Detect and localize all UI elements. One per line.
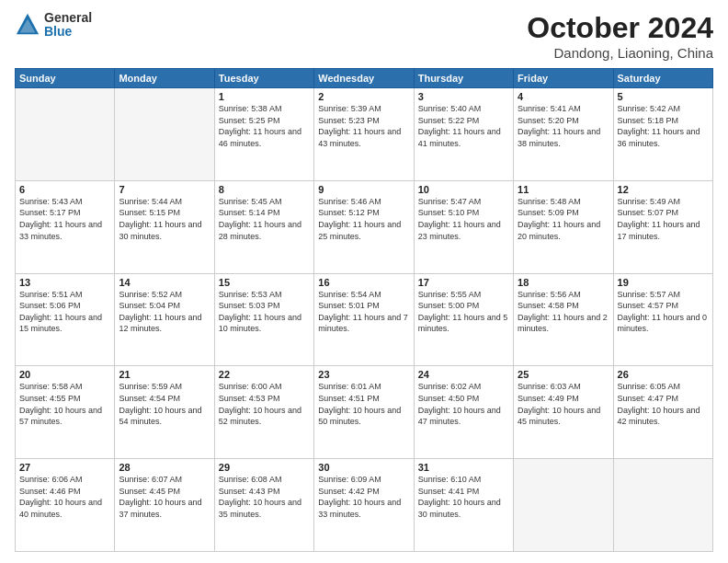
calendar-cell: 27Sunrise: 6:06 AMSunset: 4:46 PMDayligh…: [16, 459, 115, 552]
day-number: 21: [119, 369, 210, 380]
calendar-cell: 3Sunrise: 5:40 AMSunset: 5:22 PMDaylight…: [414, 88, 513, 181]
sun-info: Sunrise: 5:39 AMSunset: 5:23 PMDaylight:…: [318, 103, 409, 149]
day-number: 25: [518, 369, 609, 380]
day-number: 7: [119, 184, 210, 195]
day-number: 9: [318, 184, 409, 195]
calendar-cell: 5Sunrise: 5:42 AMSunset: 5:18 PMDaylight…: [613, 88, 712, 181]
day-number: 29: [219, 462, 310, 473]
day-number: 24: [418, 369, 509, 380]
calendar-cell: 28Sunrise: 6:07 AMSunset: 4:45 PMDayligh…: [115, 459, 214, 552]
sun-info: Sunrise: 5:46 AMSunset: 5:12 PMDaylight:…: [318, 196, 409, 242]
calendar-cell: 15Sunrise: 5:53 AMSunset: 5:03 PMDayligh…: [214, 273, 313, 366]
logo-text: General Blue: [44, 11, 92, 40]
calendar-cell: 12Sunrise: 5:49 AMSunset: 5:07 PMDayligh…: [613, 180, 712, 273]
calendar-cell: 14Sunrise: 5:52 AMSunset: 5:04 PMDayligh…: [115, 273, 214, 366]
day-of-week-header: Friday: [514, 69, 613, 88]
sun-info: Sunrise: 5:42 AMSunset: 5:18 PMDaylight:…: [618, 103, 709, 149]
header: General Blue October 2024 Dandong, Liaon…: [15, 11, 713, 61]
sun-info: Sunrise: 6:06 AMSunset: 4:46 PMDaylight:…: [19, 474, 110, 520]
sun-info: Sunrise: 6:08 AMSunset: 4:43 PMDaylight:…: [219, 474, 310, 520]
day-number: 14: [119, 277, 210, 288]
day-number: 31: [418, 462, 509, 473]
day-number: 26: [618, 369, 709, 380]
calendar-cell: 16Sunrise: 5:54 AMSunset: 5:01 PMDayligh…: [314, 273, 414, 366]
sun-info: Sunrise: 6:07 AMSunset: 4:45 PMDaylight:…: [119, 474, 210, 520]
sun-info: Sunrise: 6:03 AMSunset: 4:49 PMDaylight:…: [518, 381, 609, 427]
logo: General Blue: [15, 11, 92, 40]
day-of-week-header: Monday: [115, 69, 214, 88]
logo-general: General: [44, 11, 92, 25]
sun-info: Sunrise: 5:53 AMSunset: 5:03 PMDaylight:…: [219, 289, 310, 335]
month-title: October 2024: [527, 11, 713, 45]
calendar-header: SundayMondayTuesdayWednesdayThursdayFrid…: [16, 69, 713, 88]
sun-info: Sunrise: 5:48 AMSunset: 5:09 PMDaylight:…: [518, 196, 609, 242]
calendar-cell: 2Sunrise: 5:39 AMSunset: 5:23 PMDaylight…: [314, 88, 414, 181]
calendar-cell: 30Sunrise: 6:09 AMSunset: 4:42 PMDayligh…: [314, 459, 414, 552]
day-number: 15: [219, 277, 310, 288]
calendar-week-row: 6Sunrise: 5:43 AMSunset: 5:17 PMDaylight…: [16, 180, 713, 273]
calendar-cell: 24Sunrise: 6:02 AMSunset: 4:50 PMDayligh…: [414, 366, 513, 459]
calendar-cell: 11Sunrise: 5:48 AMSunset: 5:09 PMDayligh…: [514, 180, 613, 273]
day-number: 5: [618, 91, 709, 102]
sun-info: Sunrise: 5:43 AMSunset: 5:17 PMDaylight:…: [19, 196, 110, 242]
calendar-week-row: 27Sunrise: 6:06 AMSunset: 4:46 PMDayligh…: [16, 459, 713, 552]
calendar-cell: 25Sunrise: 6:03 AMSunset: 4:49 PMDayligh…: [514, 366, 613, 459]
sun-info: Sunrise: 5:38 AMSunset: 5:25 PMDaylight:…: [219, 103, 310, 149]
calendar-cell: 21Sunrise: 5:59 AMSunset: 4:54 PMDayligh…: [115, 366, 214, 459]
sun-info: Sunrise: 5:44 AMSunset: 5:15 PMDaylight:…: [119, 196, 210, 242]
day-of-week-header: Sunday: [16, 69, 115, 88]
sun-info: Sunrise: 6:02 AMSunset: 4:50 PMDaylight:…: [418, 381, 509, 427]
location: Dandong, Liaoning, China: [527, 45, 713, 61]
sun-info: Sunrise: 5:55 AMSunset: 5:00 PMDaylight:…: [418, 289, 509, 335]
calendar-cell: 1Sunrise: 5:38 AMSunset: 5:25 PMDaylight…: [214, 88, 313, 181]
day-number: 16: [318, 277, 409, 288]
day-number: 3: [418, 91, 509, 102]
sun-info: Sunrise: 5:51 AMSunset: 5:06 PMDaylight:…: [19, 289, 110, 335]
day-number: 6: [19, 184, 110, 195]
day-number: 13: [19, 277, 110, 288]
sun-info: Sunrise: 5:58 AMSunset: 4:55 PMDaylight:…: [19, 381, 110, 427]
sun-info: Sunrise: 5:54 AMSunset: 5:01 PMDaylight:…: [318, 289, 409, 335]
calendar-cell: 8Sunrise: 5:45 AMSunset: 5:14 PMDaylight…: [214, 180, 313, 273]
sun-info: Sunrise: 5:45 AMSunset: 5:14 PMDaylight:…: [219, 196, 310, 242]
calendar-table: SundayMondayTuesdayWednesdayThursdayFrid…: [15, 68, 713, 552]
sun-info: Sunrise: 5:59 AMSunset: 4:54 PMDaylight:…: [119, 381, 210, 427]
logo-icon: [15, 12, 40, 38]
sun-info: Sunrise: 5:49 AMSunset: 5:07 PMDaylight:…: [618, 196, 709, 242]
day-number: 10: [418, 184, 509, 195]
sun-info: Sunrise: 5:56 AMSunset: 4:58 PMDaylight:…: [518, 289, 609, 335]
calendar-week-row: 20Sunrise: 5:58 AMSunset: 4:55 PMDayligh…: [16, 366, 713, 459]
calendar-week-row: 13Sunrise: 5:51 AMSunset: 5:06 PMDayligh…: [16, 273, 713, 366]
day-number: 27: [19, 462, 110, 473]
calendar-cell: 4Sunrise: 5:41 AMSunset: 5:20 PMDaylight…: [514, 88, 613, 181]
day-number: 30: [318, 462, 409, 473]
day-number: 20: [19, 369, 110, 380]
day-number: 19: [618, 277, 709, 288]
sun-info: Sunrise: 6:00 AMSunset: 4:53 PMDaylight:…: [219, 381, 310, 427]
calendar-cell: 7Sunrise: 5:44 AMSunset: 5:15 PMDaylight…: [115, 180, 214, 273]
calendar-cell: [16, 88, 115, 181]
page: General Blue October 2024 Dandong, Liaon…: [0, 0, 728, 563]
day-number: 1: [219, 91, 310, 102]
sun-info: Sunrise: 6:09 AMSunset: 4:42 PMDaylight:…: [318, 474, 409, 520]
calendar-cell: 17Sunrise: 5:55 AMSunset: 5:00 PMDayligh…: [414, 273, 513, 366]
calendar-week-row: 1Sunrise: 5:38 AMSunset: 5:25 PMDaylight…: [16, 88, 713, 181]
logo-blue: Blue: [44, 25, 92, 39]
day-number: 12: [618, 184, 709, 195]
calendar-cell: 29Sunrise: 6:08 AMSunset: 4:43 PMDayligh…: [214, 459, 313, 552]
sun-info: Sunrise: 5:40 AMSunset: 5:22 PMDaylight:…: [418, 103, 509, 149]
sun-info: Sunrise: 6:01 AMSunset: 4:51 PMDaylight:…: [318, 381, 409, 427]
day-of-week-header: Wednesday: [314, 69, 414, 88]
calendar-body: 1Sunrise: 5:38 AMSunset: 5:25 PMDaylight…: [16, 88, 713, 552]
calendar-cell: 6Sunrise: 5:43 AMSunset: 5:17 PMDaylight…: [16, 180, 115, 273]
day-number: 23: [318, 369, 409, 380]
header-row: SundayMondayTuesdayWednesdayThursdayFrid…: [16, 69, 713, 88]
calendar-cell: 18Sunrise: 5:56 AMSunset: 4:58 PMDayligh…: [514, 273, 613, 366]
sun-info: Sunrise: 5:47 AMSunset: 5:10 PMDaylight:…: [418, 196, 509, 242]
day-number: 18: [518, 277, 609, 288]
day-of-week-header: Thursday: [414, 69, 513, 88]
calendar-cell: [613, 459, 712, 552]
day-number: 11: [518, 184, 609, 195]
calendar-cell: 19Sunrise: 5:57 AMSunset: 4:57 PMDayligh…: [613, 273, 712, 366]
sun-info: Sunrise: 6:05 AMSunset: 4:47 PMDaylight:…: [618, 381, 709, 427]
